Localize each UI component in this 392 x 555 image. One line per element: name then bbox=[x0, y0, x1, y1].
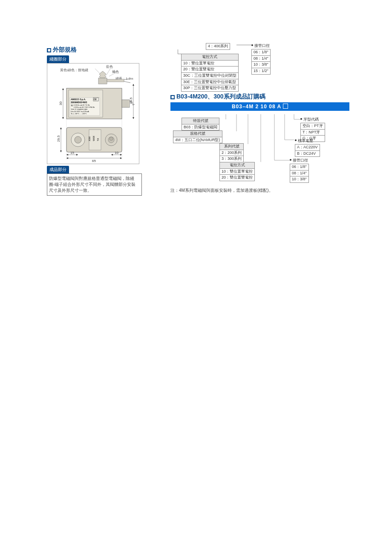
dot-icon bbox=[300, 118, 302, 120]
svg-line-1 bbox=[106, 69, 110, 75]
svg-text:WXX: WXX bbox=[92, 136, 95, 141]
dot-icon bbox=[295, 139, 297, 141]
nameplate-line7: Ta = -50°C ... +50°C bbox=[71, 113, 87, 115]
table-control-method-top: 電控方式 10：雙位置單電控 20：雙位置雙電控 30C：三位置雙電控中位封閉型… bbox=[181, 54, 239, 92]
table-port-top: 06：1/8" 08：1/4" 10：3/8" 15：1/2" bbox=[251, 49, 271, 75]
svg-text:CE: CE bbox=[94, 98, 97, 101]
table-port-mid: 06：1/8"08：1/4"10：3/8" bbox=[290, 164, 309, 183]
technical-drawing: 黃色\綠色：接地綫 藍色 褐色 綫長：1.2m AMISCO S.p.A. CE… bbox=[47, 63, 139, 164]
dim-depth-29: 29.5 bbox=[57, 135, 61, 142]
svg-line-12 bbox=[124, 81, 130, 83]
subheading-product: 成品部分 bbox=[47, 166, 69, 173]
blank-box-icon bbox=[283, 104, 288, 109]
table-series-code: 系列代號2：200系列3：300系列 bbox=[219, 143, 244, 162]
table-series-400: 4：400系列 bbox=[206, 43, 230, 50]
nameplate-brand: AMISCO S.p.A. bbox=[71, 98, 86, 101]
wire-label-blue: 藍色 bbox=[106, 65, 113, 69]
section-title-external-spec: ◼外部規格 bbox=[47, 46, 141, 54]
nameplate-model: 3009MD024W3 bbox=[71, 101, 87, 104]
dim-a-15: 15 bbox=[70, 151, 74, 155]
dim-width-65: 65 bbox=[92, 159, 96, 163]
product-description: 防爆型電磁閥與對應規格普通型電磁閥，除綫圈-端子組合外形尺寸不同外，其閥體部分安… bbox=[47, 173, 142, 196]
table-special-code: 特規代號B03：防爆型電磁閥 bbox=[182, 118, 219, 130]
svg-text:TX: TX bbox=[97, 138, 99, 141]
dim-height-30: 30 bbox=[59, 101, 63, 105]
wire-label-ground: 黃色\綠色：接地綫 bbox=[60, 68, 88, 72]
thread-header: 牙型代碼 bbox=[303, 117, 319, 121]
voltage-header: 標準電壓 bbox=[298, 139, 313, 143]
dim-height-49: 49.5 bbox=[129, 97, 133, 104]
port-header-top: 接管口徑 bbox=[254, 43, 270, 48]
svg-text:XXX: XXX bbox=[88, 136, 91, 141]
subheading-coil: 綫圈部分 bbox=[47, 55, 69, 63]
dot-icon bbox=[251, 44, 253, 46]
nameplate-line3: II 2G Ex mb IIC T5 Gb bbox=[74, 104, 90, 106]
port-header-mid: 接管口徑 bbox=[293, 158, 308, 162]
table-spec-code: 規格代號4M：五口二位(NAMUR型) bbox=[173, 130, 222, 143]
bullet-icon: ◼ bbox=[170, 95, 175, 99]
table-voltage: A：AC220VB：DC24V bbox=[295, 144, 320, 157]
section-title-order-code: ◼B03-4M200、300系列成品訂購碼 bbox=[170, 93, 349, 101]
wire-label-brown: 褐色 bbox=[112, 70, 119, 74]
svg-rect-20 bbox=[122, 100, 130, 107]
bullet-icon: ◼ bbox=[47, 48, 51, 52]
svg-text:Ex: Ex bbox=[71, 105, 73, 107]
svg-point-30 bbox=[75, 136, 81, 143]
footnote: 注：4M系列電磁閥與面板安裝時，需加過渡板(標配)。 bbox=[170, 188, 349, 194]
dim-b-10: 10 bbox=[115, 151, 118, 155]
table-control-method-mid: 電控方式10：雙位置單電控20：雙位置雙電控 bbox=[219, 162, 255, 181]
svg-rect-10 bbox=[107, 79, 124, 82]
order-code-bar: B03–4M 2 10 08 A bbox=[170, 102, 349, 111]
dot-icon bbox=[290, 159, 291, 161]
